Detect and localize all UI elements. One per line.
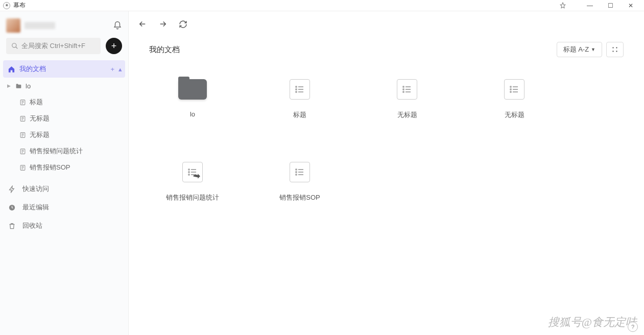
sidebar-item-recent-edit[interactable]: 最近编辑	[0, 198, 128, 217]
tree-item-label: 标题	[30, 98, 43, 107]
toolbar	[129, 11, 644, 37]
search-input[interactable]: 全局搜索 Ctrl+Shift+F	[6, 38, 101, 54]
collapse-icon[interactable]: ▴	[118, 65, 122, 73]
card-label: 无标题	[397, 110, 417, 119]
svg-point-22	[188, 174, 189, 175]
folder-icon	[178, 79, 207, 100]
search-placeholder: 全局搜索 Ctrl+Shift+F	[21, 41, 85, 51]
svg-point-25	[296, 174, 297, 175]
card-label: 销售报销问题统计	[166, 193, 219, 202]
card-label: 销售报销SOP	[279, 193, 320, 202]
svg-point-23	[296, 169, 297, 170]
sort-button[interactable]: 标题 A-Z ▼	[557, 42, 602, 57]
doc-card[interactable]: 标题	[272, 78, 328, 119]
doc-card[interactable]: 销售报销SOP	[272, 160, 328, 202]
maximize-button[interactable]: ☐	[600, 2, 621, 9]
doc-icon	[504, 79, 524, 100]
shared-doc-icon	[182, 162, 203, 182]
forward-button[interactable]	[158, 19, 168, 29]
grid-icon	[611, 46, 618, 53]
svg-point-13	[296, 91, 297, 92]
svg-point-14	[403, 86, 404, 87]
svg-point-8	[616, 47, 617, 48]
doc-icon	[17, 148, 28, 155]
tree-item-label: lo	[26, 82, 31, 90]
svg-point-12	[296, 89, 297, 90]
doc-card[interactable]: 销售报销问题统计	[164, 160, 221, 202]
help-button[interactable]: ?	[628, 322, 638, 332]
doc-card[interactable]: 无标题	[379, 78, 435, 119]
sort-label: 标题 A-Z	[563, 45, 589, 54]
username-blur	[25, 22, 55, 29]
watermark: 搜狐号@食无定味	[548, 315, 637, 330]
view-toggle-button[interactable]	[606, 42, 624, 57]
card-label: 无标题	[505, 110, 524, 119]
svg-point-11	[296, 86, 297, 87]
tree-item-label: 销售报销SOP	[30, 163, 70, 172]
search-icon	[11, 42, 18, 50]
svg-point-0	[12, 43, 16, 47]
sidebar-item-quick-access[interactable]: 快速访问	[0, 180, 128, 198]
folder-card[interactable]: lo	[164, 78, 221, 119]
sidebar-item-label: 快速访问	[22, 184, 49, 194]
sidebar-item-label: 回收站	[22, 221, 42, 230]
minimize-button[interactable]: ―	[580, 2, 600, 9]
svg-point-24	[296, 172, 297, 173]
svg-point-20	[188, 169, 189, 170]
tree-item-label: 无标题	[30, 130, 50, 139]
sidebar: 全局搜索 Ctrl+Shift+F + 我的文档 + ▴ ▶lo标题无标题无标题…	[0, 11, 129, 335]
card-label: 标题	[293, 110, 306, 119]
titlebar: ✳ 幕布 ― ☐ ✕	[0, 0, 644, 11]
app-name: 幕布	[13, 1, 26, 10]
doc-icon	[17, 99, 28, 106]
page-title: 我的文档	[149, 45, 180, 55]
tree-item-label: 销售报销问题统计	[30, 147, 83, 156]
app-icon: ✳	[3, 2, 10, 9]
svg-point-10	[616, 51, 617, 52]
trash-icon	[8, 222, 18, 230]
clock-icon	[8, 204, 18, 211]
doc-icon	[17, 164, 28, 171]
folder-icon	[13, 83, 23, 89]
doc-icon	[17, 115, 28, 122]
svg-point-7	[612, 47, 613, 48]
add-doc-icon[interactable]: +	[110, 65, 114, 73]
doc-icon	[17, 132, 28, 138]
chevron-right-icon[interactable]: ▶	[7, 83, 13, 88]
tree-doc[interactable]: 无标题	[0, 110, 128, 127]
user-row[interactable]	[0, 11, 128, 38]
svg-point-17	[510, 86, 511, 87]
doc-icon	[290, 79, 310, 100]
sidebar-item-label: 最近编辑	[22, 203, 49, 212]
main: 我的文档 标题 A-Z ▼ lo标题无标题无标题销售报销问题统计销售报销SOP …	[129, 11, 644, 335]
pin-icon[interactable]	[559, 2, 580, 9]
svg-point-19	[510, 91, 511, 92]
lightning-icon	[8, 185, 18, 193]
tree-doc[interactable]: 无标题	[0, 127, 128, 143]
doc-icon	[290, 162, 310, 182]
sidebar-item-my-docs[interactable]: 我的文档 + ▴	[3, 60, 125, 78]
svg-point-16	[403, 91, 404, 92]
svg-point-18	[510, 89, 511, 90]
card-label: lo	[190, 110, 195, 118]
bell-icon[interactable]	[113, 21, 122, 30]
avatar	[6, 18, 20, 33]
chevron-down-icon: ▼	[591, 47, 595, 52]
sidebar-item-trash[interactable]: 回收站	[0, 217, 128, 235]
sidebar-item-label: 我的文档	[19, 64, 46, 74]
doc-icon	[397, 79, 417, 100]
add-button[interactable]: +	[106, 38, 122, 54]
refresh-button[interactable]	[179, 20, 187, 29]
tree-folder[interactable]: ▶lo	[0, 78, 128, 94]
tree-doc[interactable]: 销售报销SOP	[0, 159, 128, 176]
home-icon	[6, 65, 16, 73]
tree-item-label: 无标题	[30, 114, 50, 123]
svg-point-9	[612, 51, 613, 52]
back-button[interactable]	[138, 19, 147, 29]
tree-doc[interactable]: 标题	[0, 94, 128, 110]
svg-point-15	[403, 89, 404, 90]
close-button[interactable]: ✕	[621, 2, 641, 9]
svg-point-21	[188, 172, 189, 173]
doc-card[interactable]: 无标题	[486, 78, 542, 119]
tree-doc[interactable]: 销售报销问题统计	[0, 143, 128, 159]
